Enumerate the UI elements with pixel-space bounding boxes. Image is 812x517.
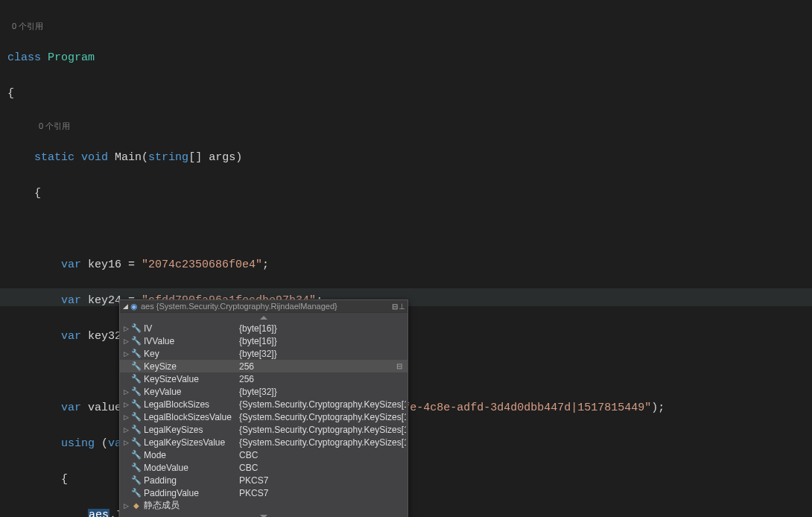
datatip-row[interactable]: ▷◆静态成员 (120, 499, 407, 512)
property-value: PKCS7 (239, 475, 406, 486)
datatip-row[interactable]: 🔧PaddingValuePKCS7 (120, 486, 407, 499)
datatip-header[interactable]: ◢ ◉ aes {System.Security.Cryptography.Ri… (120, 300, 407, 313)
property-value: {byte[16]} (239, 323, 406, 334)
expand-toggle-icon[interactable]: ▷ (121, 388, 130, 396)
expand-toggle-icon[interactable]: ▷ (121, 401, 130, 408)
close-icon[interactable]: ⟂ (399, 301, 405, 311)
datatip-row[interactable]: ▷🔧LegalBlockSizesValue{System.Security.C… (120, 410, 407, 423)
codelens-refs[interactable]: 0 个引用 (7, 21, 812, 31)
property-value: CBC (239, 463, 406, 473)
field-icon: 🔧 (130, 488, 142, 498)
pin-icon[interactable]: ⊟ (392, 302, 398, 311)
property-name: KeySize (144, 361, 239, 372)
property-value: {byte[32]} (239, 349, 406, 359)
field-icon: 🔧 (130, 336, 142, 346)
datatip-row[interactable]: 🔧ModeValueCBC (120, 461, 407, 474)
property-name: LegalBlockSizesValue (144, 412, 239, 422)
property-icon: 🔧 (130, 349, 142, 359)
object-icon: ◉ (130, 302, 138, 311)
property-name: KeyValue (144, 387, 239, 397)
property-value: {System.Security.Cryptography.KeySizes[1… (239, 437, 406, 448)
property-name: Padding (144, 475, 239, 486)
property-name: KeySizeValue (144, 374, 239, 384)
property-name: ModeValue (144, 463, 239, 473)
field-icon: 🔧 (130, 463, 142, 473)
datatip-row[interactable]: 🔧KeySizeValue256 (120, 372, 407, 385)
datatip-row[interactable]: ▷🔧LegalKeySizes{System.Security.Cryptogr… (120, 423, 407, 436)
property-value: CBC (239, 450, 406, 460)
property-icon: 🔧 (130, 450, 142, 460)
property-value: PKCS7 (239, 488, 406, 498)
property-value: {System.Security.Cryptography.KeySizes[1… (239, 412, 406, 422)
field-icon: 🔧 (130, 387, 142, 397)
property-name: Key (144, 349, 239, 359)
variable-aes-ref: aes (88, 509, 110, 517)
property-icon: 🔧 (130, 475, 142, 486)
property-name: LegalKeySizes (144, 425, 239, 435)
property-icon: 🔧 (130, 425, 142, 435)
datatip-row[interactable]: 🔧KeySize256⊟ (120, 360, 407, 372)
property-value: {System.Security.Cryptography.KeySizes[1… (239, 425, 406, 435)
property-name: Mode (144, 450, 239, 460)
field-icon: 🔧 (130, 437, 142, 448)
datatip-row[interactable]: ▷🔧LegalBlockSizes{System.Security.Crypto… (120, 398, 407, 410)
scroll-down-button[interactable] (120, 512, 407, 517)
expand-toggle-icon[interactable]: ▷ (121, 337, 130, 345)
datatip-row[interactable]: ▷🔧Key{byte[32]} (120, 347, 407, 360)
property-value: {byte[16]} (239, 336, 406, 346)
datatip-row[interactable]: 🔧ModeCBC (120, 448, 407, 461)
scroll-up-button[interactable] (120, 313, 407, 322)
pin-row-icon[interactable]: ⊟ (393, 362, 406, 370)
property-value: {byte[32]} (239, 387, 406, 397)
expand-toggle-icon[interactable]: ▷ (121, 413, 130, 421)
expand-toggle-icon[interactable]: ▷ (121, 325, 130, 332)
expand-toggle-icon[interactable]: ▷ (121, 439, 130, 446)
field-icon: 🔧 (130, 374, 142, 384)
property-name: PaddingValue (144, 488, 239, 498)
expand-toggle-icon[interactable]: ▷ (121, 426, 130, 434)
property-value: 256 (239, 361, 393, 372)
datatip-row[interactable]: 🔧PaddingPKCS7 (120, 474, 407, 486)
property-name: 静态成员 (144, 499, 239, 512)
debug-datatip[interactable]: ◢ ◉ aes {System.Security.Cryptography.Ri… (119, 299, 408, 517)
property-value: 256 (239, 374, 406, 384)
property-icon: 🔧 (130, 361, 142, 372)
property-name: IVValue (144, 336, 239, 346)
expand-toggle-icon[interactable]: ▷ (121, 350, 130, 358)
property-name: LegalKeySizesValue (144, 437, 239, 448)
datatip-row[interactable]: ▷🔧IVValue{byte[16]} (120, 334, 407, 347)
datatip-row[interactable]: ▷🔧LegalKeySizesValue{System.Security.Cry… (120, 436, 407, 448)
property-icon: 🔧 (130, 323, 142, 334)
static-members-icon: ◆ (130, 501, 142, 511)
codelens-refs[interactable]: 0 个引用 (7, 121, 812, 131)
property-icon: 🔧 (130, 399, 142, 410)
expand-toggle-icon[interactable]: ▷ (121, 502, 130, 510)
expand-root-icon[interactable]: ◢ (123, 302, 128, 310)
datatip-row[interactable]: ▷🔧IV{byte[16]} (120, 322, 407, 334)
property-name: LegalBlockSizes (144, 399, 239, 410)
property-name: IV (144, 323, 239, 334)
datatip-row[interactable]: ▷🔧KeyValue{byte[32]} (120, 385, 407, 398)
property-value: {System.Security.Cryptography.KeySizes[1… (239, 399, 406, 410)
field-icon: 🔧 (130, 412, 142, 422)
